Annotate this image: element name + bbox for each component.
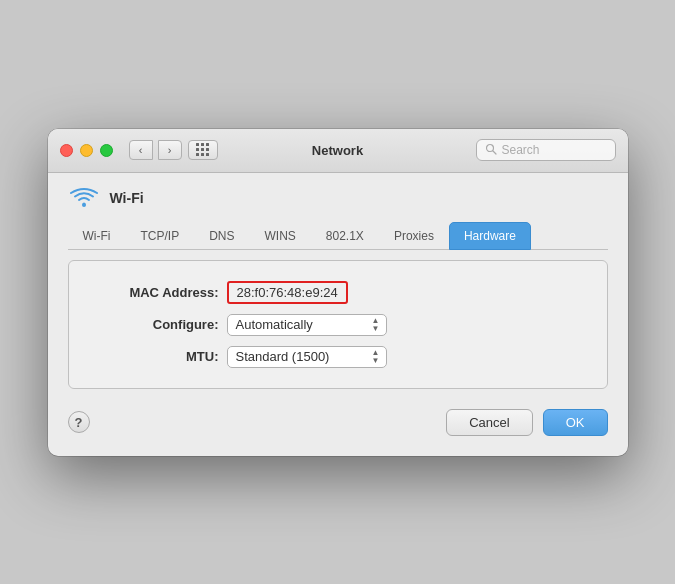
grid-view-button[interactable]	[188, 140, 218, 160]
chevron-right-icon: ›	[168, 144, 172, 156]
tabs-bar: Wi-Fi TCP/IP DNS WINS 802.1X Proxies Har…	[68, 221, 608, 250]
search-icon	[485, 143, 497, 157]
window-title: Network	[312, 143, 363, 158]
mtu-label: MTU:	[109, 349, 219, 364]
arrow-down-icon: ▼	[372, 325, 380, 333]
svg-point-2	[82, 203, 86, 207]
help-button[interactable]: ?	[68, 411, 90, 433]
bottom-bar: ? Cancel OK	[68, 399, 608, 440]
network-preferences-window: ‹ › Network Search	[48, 129, 628, 456]
cancel-button[interactable]: Cancel	[446, 409, 532, 436]
mtu-value: Standard (1500)	[236, 349, 330, 364]
configure-row: Configure: Automatically ▲ ▼	[69, 314, 607, 336]
search-box[interactable]: Search	[476, 139, 616, 161]
chevron-left-icon: ‹	[139, 144, 143, 156]
wifi-icon	[68, 187, 100, 209]
wifi-header: Wi-Fi	[68, 187, 608, 209]
svg-line-1	[493, 151, 496, 154]
mac-address-value: 28:f0:76:48:e9:24	[227, 281, 348, 304]
action-buttons: Cancel OK	[446, 409, 607, 436]
tab-dns[interactable]: DNS	[194, 222, 249, 250]
svg-point-0	[486, 145, 493, 152]
configure-value: Automatically	[236, 317, 313, 332]
mac-address-label: MAC Address:	[109, 285, 219, 300]
traffic-lights	[60, 144, 113, 157]
back-button[interactable]: ‹	[129, 140, 153, 160]
tab-8021x[interactable]: 802.1X	[311, 222, 379, 250]
ok-button[interactable]: OK	[543, 409, 608, 436]
mtu-arrows: ▲ ▼	[372, 349, 380, 365]
arrow-down-icon: ▼	[372, 357, 380, 365]
tab-wifi[interactable]: Wi-Fi	[68, 222, 126, 250]
wifi-section-title: Wi-Fi	[110, 190, 144, 206]
titlebar: ‹ › Network Search	[48, 129, 628, 173]
configure-select[interactable]: Automatically ▲ ▼	[227, 314, 387, 336]
forward-button[interactable]: ›	[158, 140, 182, 160]
close-button[interactable]	[60, 144, 73, 157]
mtu-select[interactable]: Standard (1500) ▲ ▼	[227, 346, 387, 368]
tab-proxies[interactable]: Proxies	[379, 222, 449, 250]
hardware-content-panel: MAC Address: 28:f0:76:48:e9:24 Configure…	[68, 260, 608, 389]
tab-wins[interactable]: WINS	[250, 222, 311, 250]
nav-buttons: ‹ ›	[129, 140, 182, 160]
configure-label: Configure:	[109, 317, 219, 332]
window-body: Wi-Fi Wi-Fi TCP/IP DNS WINS 802.1X Proxi…	[48, 173, 628, 456]
mac-address-row: MAC Address: 28:f0:76:48:e9:24	[69, 281, 607, 304]
minimize-button[interactable]	[80, 144, 93, 157]
configure-arrows: ▲ ▼	[372, 317, 380, 333]
tab-tcpip[interactable]: TCP/IP	[125, 222, 194, 250]
mtu-row: MTU: Standard (1500) ▲ ▼	[69, 346, 607, 368]
tab-hardware[interactable]: Hardware	[449, 222, 531, 250]
grid-icon	[196, 143, 210, 157]
maximize-button[interactable]	[100, 144, 113, 157]
help-label: ?	[75, 415, 83, 430]
search-placeholder: Search	[502, 143, 540, 157]
